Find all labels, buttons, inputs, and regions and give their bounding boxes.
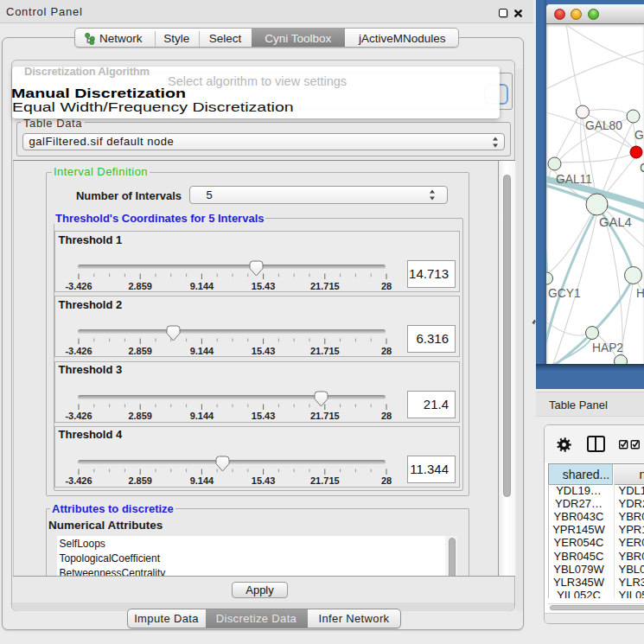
svg-text:GAL11: GAL11 [556, 173, 592, 186]
svg-text:GA: GA [634, 129, 644, 142]
svg-text:GCY1: GCY1 [548, 287, 581, 300]
svg-text:GAL4: GAL4 [599, 215, 632, 229]
svg-text:GAL80: GAL80 [585, 119, 622, 132]
svg-text:C: C [640, 162, 644, 175]
svg-text:HI: HI [636, 287, 644, 300]
svg-text:HAP2: HAP2 [592, 341, 623, 354]
